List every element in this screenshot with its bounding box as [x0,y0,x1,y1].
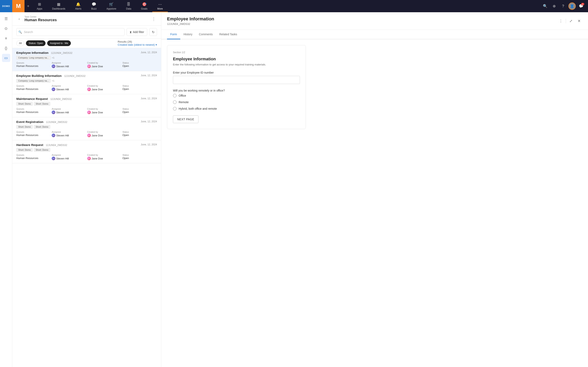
nav-item-dashboards[interactable]: ▦ Dashboards [47,0,70,12]
add-button[interactable]: ⊕ [550,2,558,10]
nav-item-apps[interactable]: ⊞ Apps [32,0,47,12]
sidebar-document-button[interactable]: ▭ [2,54,10,62]
creator-avatar: JD [87,133,91,137]
task-id: 12JUN04_2WDS32 [51,98,72,100]
employee-id-label: Enter your Employee ID number [173,71,300,74]
filter-tag-all[interactable]: All [16,40,24,46]
radio-circle-remote [173,100,177,104]
task-item-header: Event Registration 12JUN04_2WDS32 June, … [16,120,157,124]
search-icon: 🔍 [18,30,22,34]
filter-icon: ⧗ [130,30,132,34]
task-meta-queues: Queues Human Resources [16,85,51,91]
user-avatar[interactable]: 👤 [568,2,576,10]
task-item-header: Maintenance Request 12JUN04_2WDS32 June,… [16,97,157,101]
task-meta-assignee: Assignee SH Steven Hill [52,108,86,114]
task-tag: Short: Domo [16,148,33,152]
nav-item-goals[interactable]: 🎯 Goals [136,0,152,12]
tab-history[interactable]: History [180,30,196,39]
nav-item-data[interactable]: 🗄 Data [121,0,136,12]
radio-option-remote[interactable]: Remote [173,100,300,104]
assignee-avatar: SH [52,110,55,114]
back-button[interactable]: ‹ [16,16,22,22]
m-logo: M [12,0,25,12]
radio-label-office: Office [179,94,186,97]
sort-button[interactable]: Created date (oldest to newest) ▾ [118,43,157,46]
search-filter-bar: 🔍 ⧗ Add filter ↻ [12,26,161,39]
nav-item-buzz[interactable]: 💬 Buzz [86,0,102,12]
notification-count: 2 [581,3,584,5]
task-item-title-group: Event Registration 12JUN04_2WDS32 [16,120,67,124]
task-id: 12JUN04_2WDS32 [64,75,86,77]
task-id: 12JUN04_2WDS32 [46,144,67,147]
assignee-avatar: SH [52,64,55,68]
refresh-button[interactable]: ↻ [149,28,157,36]
task-meta-status: Status Open [122,108,157,114]
task-item[interactable]: Maintenance Request 12JUN04_2WDS32 June,… [12,94,161,117]
help-button[interactable]: ? [559,2,567,10]
detail-title: Employee Information [167,16,555,22]
radio-option-hybrid[interactable]: Hybrid, both office and remote [173,107,300,110]
nav-item-buzz-label: Buzz [91,7,97,10]
detail-title-group: Employee Information 12JUN04_2WDS32 [167,16,555,25]
task-meta-status: Status Open [122,62,157,68]
assignee-avatar: SH [52,157,55,160]
tab-related-tasks[interactable]: Related Tasks [216,30,241,39]
next-page-button[interactable]: NEXT PAGE [173,115,199,123]
detail-close-button[interactable]: ✕ [576,18,582,24]
nav-item-more[interactable]: ⋯ More [152,0,168,12]
sidebar-code-button[interactable]: {} [2,44,10,52]
panel-more-button[interactable]: ⋮ [150,16,157,22]
task-item[interactable]: Employee Building Information 12JUN04_2W… [12,71,161,94]
task-title: Employee Information [16,51,49,54]
sidebar-menu-button[interactable]: ☰ [2,15,10,23]
task-tags: Short: Domo Short: Domo [16,125,157,129]
detail-form-content: Section 1/2 Employee Information Enter t… [161,39,588,367]
more-icon: ⋯ [158,2,162,7]
search-button[interactable]: 🔍 [541,2,549,10]
task-tag: Short: Domo [34,148,50,152]
employee-id-input[interactable] [173,76,300,84]
nav-item-alerts[interactable]: 🔔 Alerts [70,0,86,12]
task-meta-created-by: Created by JD Jane Doe [87,85,122,91]
task-item[interactable]: Hardware Request 12JUN04_2WDS32 June, 12… [12,140,161,163]
sidebar: ☰ ⊙ ≡ {} ▭ [0,12,12,367]
detail-expand-button[interactable]: ⤢ [568,18,574,24]
tab-form[interactable]: Form [167,30,180,39]
task-tag: Company: Long company na... [16,56,51,59]
tab-comments[interactable]: Comments [196,30,216,39]
add-filter-button[interactable]: ⧗ Add filter [127,28,147,36]
section-indicator: Section 1/2 [173,51,300,54]
panel-breadcrumb: Task Center [25,16,148,18]
task-meta: Queues Human Resources Assignee SH Steve… [16,85,157,91]
form-section-desc: Enter the following information to get a… [173,63,300,66]
task-item-title-group: Employee Building Information 12JUN04_2W… [16,74,86,78]
nav-item-apps-label: Apps [37,7,42,10]
nav-item-appstore-label: Appstore [106,7,116,10]
search-input[interactable] [16,28,125,36]
sidebar-list-button[interactable]: ≡ [2,34,10,42]
task-meta: Queues Human Resources Assignee SH Steve… [16,154,157,160]
creator-avatar: JD [87,110,91,114]
task-item[interactable]: Event Registration 12JUN04_2WDS32 June, … [12,117,161,140]
task-meta-created-by: Created by JD Jane Doe [87,108,122,114]
detail-actions: ⋮ ⤢ ✕ [558,18,582,24]
task-date: June, 12, 2024 [141,74,157,77]
creator-avatar: JD [87,64,91,68]
filter-tag-assigned-to-me[interactable]: Assigned to : Me [47,40,71,46]
task-meta-assignee: Assignee SH Steven Hill [52,62,86,68]
notification-badge[interactable]: 💬 2 [577,2,585,10]
filter-tag-status-open[interactable]: Status: Open [26,40,45,46]
detail-tabs: Form History Comments Related Tasks [161,30,588,39]
nav-item-appstore[interactable]: 🛒 Appstore [102,0,121,12]
task-date: June, 12, 2024 [141,143,157,146]
detail-more-button[interactable]: ⋮ [558,18,564,24]
nav-item-data-label: Data [126,7,131,10]
task-id: 12JUN04_2WDS32 [46,121,67,124]
task-item[interactable]: Employee Information 12JUN04_2WDS32 June… [12,48,161,71]
task-meta: Queues Human Resources Assignee SH Steve… [16,131,157,137]
sidebar-share-button[interactable]: ⊙ [2,25,10,33]
task-tag: Short: Domo [34,125,50,129]
refresh-icon: ↻ [152,30,155,34]
nav-plus-button[interactable]: + [25,2,32,10]
radio-option-office[interactable]: Office [173,94,300,98]
